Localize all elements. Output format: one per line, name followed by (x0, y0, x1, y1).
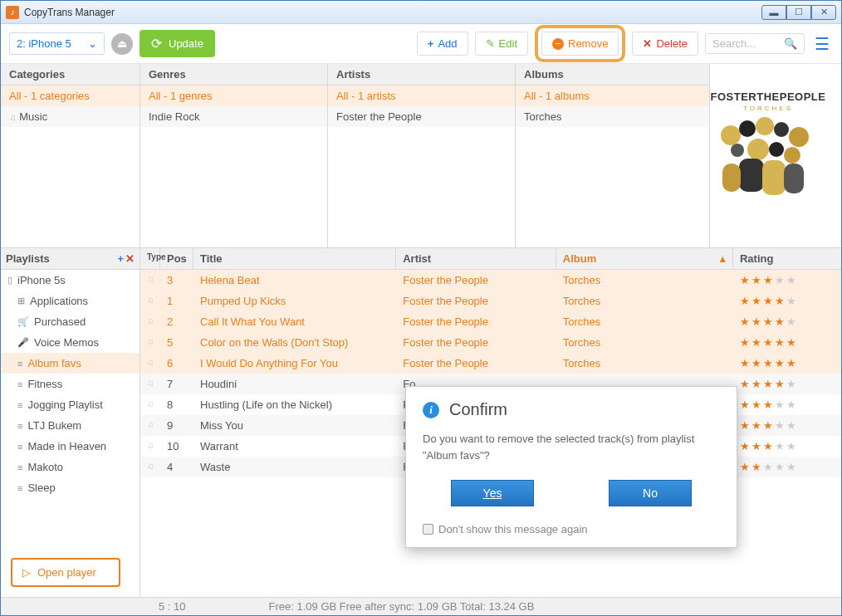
col-pos[interactable]: Pos (160, 248, 193, 269)
playlist-item[interactable]: ≡Jogging Playlist (1, 394, 140, 415)
col-album[interactable]: Album ▴ (556, 248, 733, 269)
open-player-button[interactable]: ▷ Open player (11, 558, 120, 587)
track-title: Pumped Up Kicks (193, 291, 396, 311)
playlist-icon: 🛒 (17, 316, 29, 327)
track-artist: Foster the People (396, 332, 556, 353)
playlist-item-label: Voice Memos (34, 336, 99, 349)
search-box[interactable]: 🔍 (705, 33, 805, 54)
albums-panel: Albums All - 1 albums Torches (516, 64, 710, 247)
titlebar: ♪ CopyTrans Manager ▬ ☐ ✕ (1, 1, 841, 24)
edit-button[interactable]: ✎ Edit (475, 32, 528, 56)
track-album: Torches (556, 291, 733, 311)
playlist-item-label: Makoto (27, 461, 63, 473)
playlist-icon: ≡ (17, 379, 22, 389)
device-select[interactable]: 2: iPhone 5 ⌄ (9, 32, 105, 55)
track-rating[interactable]: ★★★★★ (733, 270, 841, 291)
tracks-header: Type Pos Title Artist Album ▴ Rating (140, 248, 841, 270)
music-note-icon: ♫ (147, 378, 154, 388)
track-row[interactable]: ♫3Helena BeatFoster the PeopleTorches★★★… (140, 270, 841, 291)
track-album: Torches (556, 270, 733, 291)
window-controls: ▬ ☐ ✕ (761, 5, 836, 20)
track-row[interactable]: ♫6I Would Do Anything For YouFoster the … (140, 353, 841, 374)
edit-label: Edit (499, 37, 517, 50)
playlist-item[interactable]: ≡Makoto (1, 457, 140, 477)
track-artist: Foster the People (396, 270, 556, 291)
close-button[interactable]: ✕ (811, 5, 836, 20)
add-button[interactable]: + Add (417, 32, 468, 56)
col-title[interactable]: Title (193, 248, 396, 269)
playlists-pane: Playlists + ✕ ▯ iPhone 5s ⊞Applications🛒… (1, 248, 140, 597)
albums-item[interactable]: Torches (516, 106, 709, 127)
delete-button[interactable]: ✕ Delete (632, 32, 698, 56)
playlist-item[interactable]: ⊞Applications (1, 291, 140, 311)
categories-item[interactable]: ♫Music (1, 106, 140, 127)
artists-all[interactable]: All - 1 artists (328, 86, 515, 106)
albums-all[interactable]: All - 1 albums (516, 86, 709, 106)
playlist-item[interactable]: ≡LTJ Bukem (1, 415, 140, 436)
track-rating[interactable]: ★★★★★ (733, 394, 841, 415)
dialog-buttons: Yes No (423, 480, 720, 506)
playlist-device[interactable]: ▯ iPhone 5s (1, 270, 140, 291)
music-note-icon: ♫ (147, 398, 154, 408)
minimize-button[interactable]: ▬ (761, 5, 786, 20)
playlist-item-label: LTJ Bukem (27, 419, 81, 432)
categories-panel: Categories All - 1 categories ♫Music (1, 64, 140, 247)
track-row[interactable]: ♫5Color on the Walls (Don't Stop)Foster … (140, 332, 841, 353)
artists-item[interactable]: Foster the People (328, 106, 515, 127)
playlist-item[interactable]: ≡Fitness (1, 374, 140, 394)
music-note-icon: ♫ (147, 419, 154, 429)
music-note-icon: ♫ (147, 357, 154, 367)
hamburger-menu-icon[interactable]: ☰ (811, 34, 833, 54)
remove-button[interactable]: − Remove (541, 32, 619, 56)
col-type[interactable]: Type (140, 248, 160, 269)
update-button[interactable]: ⟳ Update (140, 30, 215, 57)
playlist-icon: ≡ (17, 421, 22, 431)
track-rating[interactable]: ★★★★★ (733, 374, 841, 394)
track-rating[interactable]: ★★★★★ (733, 415, 841, 436)
cover-title: FOSTERTHEPEOPLE TORCHES (710, 90, 826, 112)
eject-button[interactable]: ⏏ (111, 33, 133, 55)
genres-header: Genres (140, 64, 327, 86)
playlist-item[interactable]: ≡Sleep (1, 477, 140, 498)
genres-all[interactable]: All - 1 genres (140, 86, 327, 106)
search-input[interactable] (712, 37, 779, 50)
track-row[interactable]: ♫2Call It What You WantFoster the People… (140, 311, 841, 332)
track-rating[interactable]: ★★★★★ (733, 353, 841, 374)
col-album-label: Album (563, 252, 596, 265)
col-artist[interactable]: Artist (396, 248, 556, 269)
playlist-item[interactable]: 🎤Voice Memos (1, 332, 140, 353)
dialog-yes-button[interactable]: Yes (451, 480, 534, 506)
track-rating[interactable]: ★★★★★ (733, 436, 841, 457)
track-rating[interactable]: ★★★★★ (733, 457, 841, 477)
playlist-item[interactable]: ≡Album favs (1, 353, 140, 374)
music-note-icon: ♫ (147, 274, 154, 284)
playlist-item[interactable]: 🛒Purchased (1, 311, 140, 332)
track-row[interactable]: ♫1Pumped Up KicksFoster the PeopleTorche… (140, 291, 841, 311)
device-icon: ▯ (7, 275, 12, 286)
categories-item-label: Music (19, 110, 47, 123)
chevron-down-icon: ⌄ (88, 37, 97, 50)
playlist-item-label: Album favs (27, 357, 81, 369)
track-rating[interactable]: ★★★★★ (733, 311, 841, 332)
categories-all[interactable]: All - 1 categories (1, 86, 140, 106)
track-album: Torches (556, 332, 733, 353)
status-count: 5 : 10 (159, 600, 186, 613)
playlist-icon: ≡ (17, 400, 22, 410)
playlist-delete-icon[interactable]: ✕ (125, 252, 135, 265)
maximize-button[interactable]: ☐ (786, 5, 811, 20)
genres-item[interactable]: Indie Rock (140, 106, 327, 127)
playlist-device-label: iPhone 5s (17, 274, 66, 286)
dont-show-checkbox[interactable] (423, 524, 433, 535)
track-rating[interactable]: ★★★★★ (733, 332, 841, 353)
dialog-footer: Don't show this message again (423, 523, 720, 535)
playlist-add-icon[interactable]: + (117, 252, 124, 265)
playlist-item[interactable]: ≡Made in Heaven (1, 436, 140, 457)
dialog-no-button[interactable]: No (609, 480, 692, 506)
cover-illustration (714, 114, 822, 209)
track-rating[interactable]: ★★★★★ (733, 291, 841, 311)
dialog-header: i Confirm (423, 400, 720, 419)
artists-header: Artists (328, 64, 515, 86)
col-rating[interactable]: Rating (733, 248, 841, 269)
playlist-item-label: Purchased (34, 315, 86, 328)
sort-asc-icon: ▴ (720, 252, 726, 265)
